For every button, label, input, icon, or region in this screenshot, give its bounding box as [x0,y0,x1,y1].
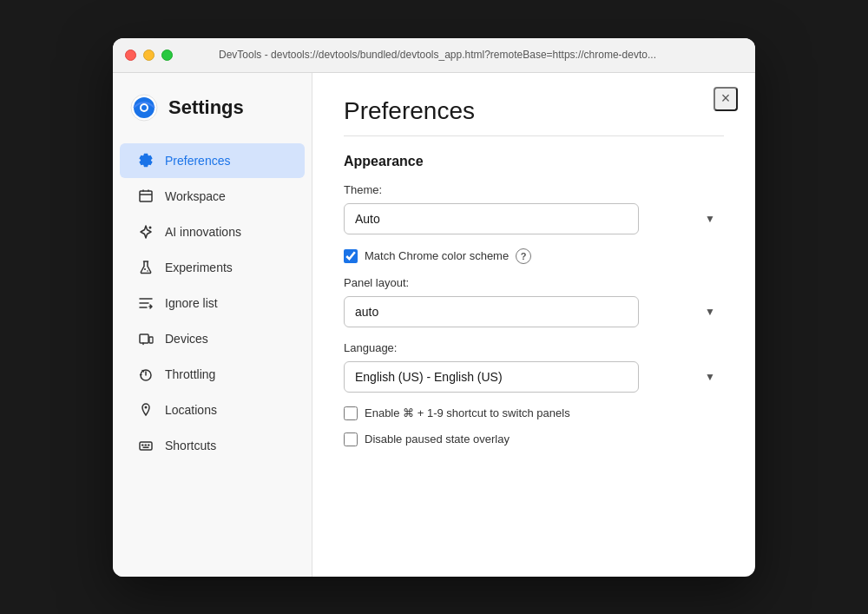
paused-overlay-checkbox[interactable] [344,432,358,446]
main-content: Settings Preferences [113,73,755,577]
ai-innovations-icon [137,223,155,241]
svg-point-5 [149,226,152,228]
main-panel: × Preferences Appearance Theme: Auto Lig… [312,73,755,577]
sidebar-label-ai-innovations: AI innovations [165,225,241,239]
language-label: Language: [344,341,724,354]
svg-rect-13 [141,444,144,446]
workspace-icon [137,188,155,205]
theme-select-wrapper: Auto Light Dark ▼ [344,203,724,234]
match-chrome-help-icon[interactable]: ? [516,248,531,264]
experiments-icon [137,259,155,276]
sidebar-label-preferences: Preferences [165,154,230,168]
sidebar-item-ai-innovations[interactable]: AI innovations [120,215,305,249]
sidebar-item-shortcuts[interactable]: Shortcuts [120,428,305,463]
svg-rect-14 [145,444,148,446]
sidebar-label-experiments: Experiments [165,261,233,274]
shortcut-row: Enable ⌘ + 1-9 shortcut to switch panels [344,406,724,420]
sidebar-label-throttling: Throttling [165,367,215,381]
sidebar-label-workspace: Workspace [165,189,226,203]
shortcut-checkbox[interactable] [344,406,358,420]
theme-select[interactable]: Auto Light Dark [344,203,639,234]
sidebar: Settings Preferences [113,73,312,577]
svg-rect-9 [149,337,153,343]
panel-layout-select-arrow: ▼ [705,306,715,318]
svg-rect-15 [148,444,150,446]
panel-title: Preferences [344,97,724,125]
sidebar-item-devices[interactable]: Devices [120,321,305,356]
shortcut-label: Enable ⌘ + 1-9 shortcut to switch panels [365,406,570,419]
panel-layout-select-wrapper: auto horizontal vertical ▼ [344,296,724,327]
sidebar-label-shortcuts: Shortcuts [165,439,216,452]
theme-select-arrow: ▼ [705,213,715,225]
locations-icon [137,401,155,419]
language-select-arrow: ▼ [705,371,715,383]
svg-point-11 [145,406,148,408]
devtools-window: DevTools - devtools://devtools/bundled/d… [113,38,755,577]
svg-point-3 [141,105,147,110]
panel-layout-label: Panel layout: [344,276,724,289]
sidebar-item-preferences[interactable]: Preferences [120,143,305,178]
shortcuts-icon [137,437,155,454]
svg-point-6 [144,268,146,270]
language-select-wrapper: English (US) - English (US) ▼ [344,361,724,393]
theme-label: Theme: [344,183,724,196]
svg-rect-16 [143,446,149,448]
sidebar-item-locations[interactable]: Locations [120,393,305,427]
sidebar-item-workspace[interactable]: Workspace [120,179,305,214]
paused-overlay-label: Disable paused state overlay [365,432,510,446]
throttling-icon [137,366,155,383]
sidebar-label-devices: Devices [165,332,208,346]
titlebar-title: DevTools - devtools://devtools/bundled/d… [132,49,743,61]
devices-icon [137,330,155,347]
ignore-list-icon [137,294,155,312]
match-chrome-checkbox[interactable] [344,249,358,263]
svg-point-7 [147,270,148,272]
settings-title: Settings [168,96,244,119]
language-select[interactable]: English (US) - English (US) [344,361,639,393]
appearance-section-title: Appearance [344,154,724,169]
devtools-logo [130,94,158,122]
sidebar-label-ignore-list: Ignore list [165,296,218,310]
preferences-icon [137,152,155,169]
panel-layout-select[interactable]: auto horizontal vertical [344,296,639,327]
svg-rect-8 [140,334,148,343]
sidebar-item-throttling[interactable]: Throttling [120,357,305,392]
sidebar-item-experiments[interactable]: Experiments [120,250,305,285]
close-button[interactable]: × [713,87,738,111]
settings-header: Settings [113,94,312,142]
sidebar-label-locations: Locations [165,403,217,417]
paused-overlay-row: Disable paused state overlay [344,432,724,446]
match-chrome-row: Match Chrome color scheme ? [344,248,724,264]
svg-rect-4 [140,191,152,201]
titlebar: DevTools - devtools://devtools/bundled/d… [113,38,755,73]
panel-divider [344,135,724,136]
sidebar-item-ignore-list[interactable]: Ignore list [120,286,305,320]
match-chrome-label: Match Chrome color scheme [365,249,509,262]
